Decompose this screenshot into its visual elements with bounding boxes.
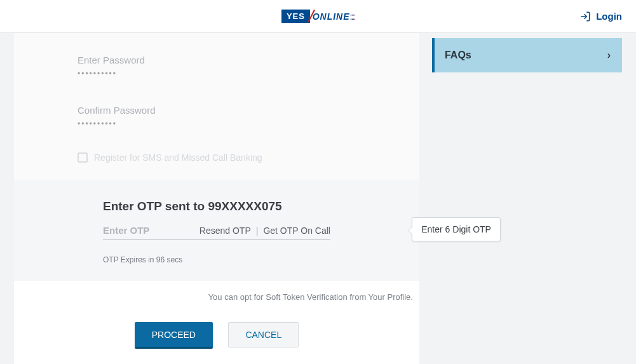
sms-register-label: Register for SMS and Missed Call Banking <box>94 152 262 163</box>
logo-dots-icon: :::: <box>350 11 355 22</box>
confirm-password-field[interactable]: •••••••••• <box>78 119 356 128</box>
resend-otp-link[interactable]: Resend OTP <box>200 226 251 236</box>
proceed-button[interactable]: PROCEED <box>135 322 213 349</box>
cancel-button[interactable]: CANCEL <box>228 322 299 347</box>
chevron-right-icon: › <box>607 50 611 61</box>
otp-section: Enter OTP sent to 99XXXXX075 Resend OTP … <box>14 180 419 281</box>
login-link[interactable]: Login <box>579 11 622 22</box>
enter-password-field[interactable]: •••••••••• <box>78 69 356 78</box>
soft-token-info-text: You can opt for Soft Token Verification … <box>20 292 413 302</box>
faq-label: FAQs <box>445 50 471 61</box>
enter-password-label: Enter Password <box>78 55 356 65</box>
registration-form-card: Enter Password •••••••••• Confirm Passwo… <box>14 33 419 364</box>
get-otp-on-call-link[interactable]: Get OTP On Call <box>263 226 330 236</box>
login-icon <box>579 11 591 22</box>
sidebar: FAQs › <box>432 33 622 364</box>
confirm-password-label: Confirm Password <box>78 105 356 116</box>
logo-online-text: ONLINE <box>313 11 350 22</box>
otp-expire-text: OTP Expires in 96 secs <box>103 255 330 264</box>
login-label: Login <box>596 11 622 22</box>
app-header: YES / ONLINE :::: Login <box>0 0 636 33</box>
otp-input[interactable] <box>103 225 176 236</box>
logo-yes-box: YES <box>281 10 310 23</box>
otp-heading: Enter OTP sent to 99XXXXX075 <box>103 199 330 213</box>
otp-separator: | <box>256 226 259 236</box>
faq-accordion-header[interactable]: FAQs › <box>432 38 622 72</box>
brand-logo: YES / ONLINE :::: <box>281 6 355 27</box>
sms-register-checkbox[interactable] <box>78 152 88 163</box>
otp-tooltip: Enter 6 Digit OTP <box>412 217 501 241</box>
